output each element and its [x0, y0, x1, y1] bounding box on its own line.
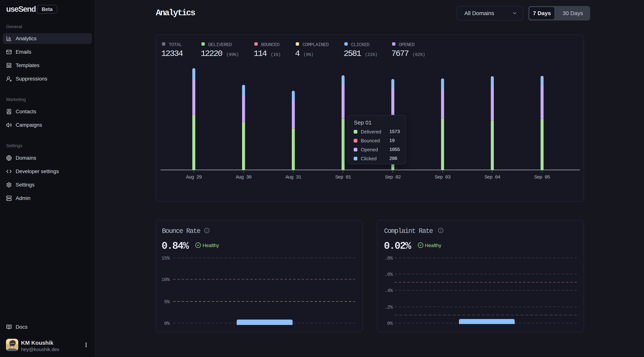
svg-text:Aug 31: Aug 31 [286, 174, 301, 180]
svg-text:10%: 10% [161, 277, 170, 282]
svg-text:.2%: .2% [384, 304, 393, 310]
svg-text:Sep 05: Sep 05 [534, 174, 550, 180]
svg-text:Aug 29: Aug 29 [186, 174, 202, 180]
svg-text:.6%: .6% [384, 272, 393, 277]
svg-text:Sep 01: Sep 01 [335, 174, 351, 180]
svg-text:Sep 02: Sep 02 [385, 174, 401, 180]
svg-text:Sep 04: Sep 04 [484, 174, 500, 180]
svg-text:.4%: .4% [384, 288, 393, 294]
svg-text:0%: 0% [164, 321, 170, 326]
svg-text:Aug 30: Aug 30 [236, 174, 252, 180]
svg-text:.8%: .8% [384, 256, 393, 261]
svg-text:0%: 0% [387, 321, 393, 326]
svg-text:5%: 5% [164, 299, 170, 305]
svg-text:15%: 15% [161, 256, 170, 261]
svg-text:Sep 03: Sep 03 [435, 174, 450, 180]
